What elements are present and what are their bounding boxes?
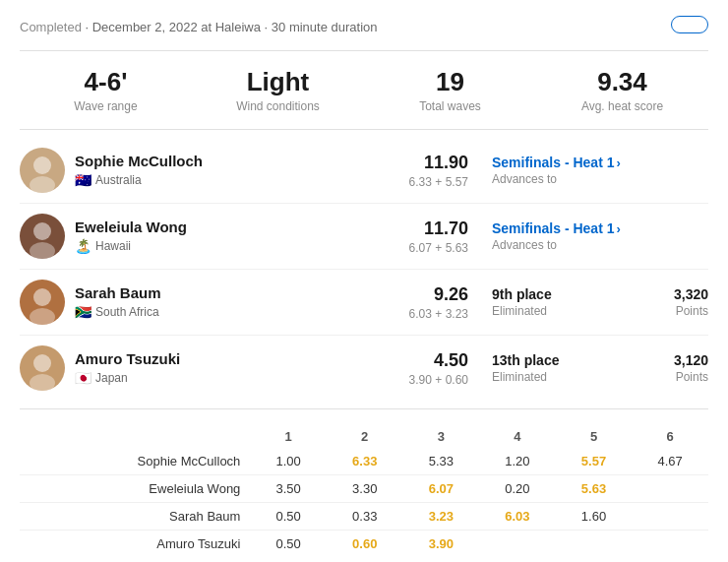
total-score: 4.50 bbox=[390, 350, 468, 371]
page-header: Completed · December 2, 2022 at Haleiwa … bbox=[20, 16, 708, 51]
surfer-country: 🏝️ Hawaii bbox=[75, 238, 390, 254]
points-value: 3,320 bbox=[649, 286, 708, 302]
stats-row: 4-6' Wave range Light Wind conditions 19… bbox=[20, 51, 708, 130]
svg-point-6 bbox=[33, 354, 51, 372]
result-points: 3,320 Points bbox=[649, 286, 708, 318]
surfer-name: Sophie McCulloch bbox=[75, 153, 390, 169]
stat-item: 19 Total waves bbox=[364, 67, 536, 113]
watch-replay-button[interactable] bbox=[671, 16, 708, 33]
table-score-cell: 0.33 bbox=[327, 503, 403, 531]
svg-point-4 bbox=[33, 288, 51, 306]
table-surfer-name: Sarah Baum bbox=[20, 503, 250, 531]
stat-label: Wind conditions bbox=[192, 99, 364, 113]
result-subtitle: Eliminated bbox=[492, 370, 649, 384]
surfer-info: Sarah Baum 🇿🇦 South Africa bbox=[75, 284, 390, 320]
country-name: Japan bbox=[95, 371, 128, 385]
table-score-cell: 5.57 bbox=[556, 448, 633, 475]
result-subtitle: Eliminated bbox=[492, 304, 649, 318]
table-score-cell bbox=[556, 531, 633, 558]
points-value: 3,120 bbox=[649, 352, 708, 368]
table-score-cell: 4.67 bbox=[632, 448, 708, 475]
table-score-cell: 6.33 bbox=[327, 448, 403, 475]
table-score-cell: 0.60 bbox=[327, 531, 403, 558]
advances-chevron: › bbox=[617, 221, 621, 236]
surfer-result-section: 13th place Eliminated bbox=[492, 352, 649, 384]
points-label: Points bbox=[649, 304, 708, 318]
country-flag: 🇦🇺 bbox=[75, 172, 91, 188]
advances-chevron: › bbox=[617, 156, 621, 170]
surfer-country: 🇦🇺 Australia bbox=[75, 172, 390, 188]
stat-value: 9.34 bbox=[536, 67, 708, 97]
result-points: 3,120 Points bbox=[649, 352, 708, 384]
svg-point-2 bbox=[33, 222, 51, 240]
result-title[interactable]: Semifinals - Heat 1› bbox=[492, 220, 649, 236]
surfer-result-section: Semifinals - Heat 1› Advances to bbox=[492, 220, 649, 252]
table-header-wave: 1 bbox=[250, 425, 327, 448]
country-flag: 🇿🇦 bbox=[75, 304, 91, 320]
avatar bbox=[20, 280, 65, 325]
table-score-cell: 6.07 bbox=[403, 475, 480, 503]
table-header-wave: 4 bbox=[479, 425, 556, 448]
stat-item: 4-6' Wave range bbox=[20, 67, 192, 113]
stat-item: 9.34 Avg. heat score bbox=[536, 67, 708, 113]
table-score-cell: 0.20 bbox=[479, 475, 556, 503]
stat-value: 4-6' bbox=[20, 67, 192, 97]
header-left: Completed · December 2, 2022 at Haleiwa … bbox=[20, 16, 378, 34]
surfer-score-section: 11.90 6.33 + 5.57 bbox=[390, 153, 468, 189]
table-score-cell: 3.90 bbox=[403, 531, 480, 558]
surfer-row: Eweleiula Wong 🏝️ Hawaii 11.70 6.07 + 5.… bbox=[20, 204, 708, 270]
result-title[interactable]: Semifinals - Heat 1› bbox=[492, 155, 649, 170]
avatar bbox=[20, 214, 65, 259]
country-flag: 🏝️ bbox=[75, 238, 91, 254]
stat-label: Total waves bbox=[364, 99, 536, 113]
score-table-section: 123456Sophie McCulloch1.006.335.331.205.… bbox=[20, 409, 708, 557]
surfer-name: Sarah Baum bbox=[75, 284, 390, 301]
stat-label: Wave range bbox=[20, 99, 192, 113]
total-score: 11.70 bbox=[390, 219, 468, 239]
wave-scores: 6.33 + 5.57 bbox=[390, 175, 468, 189]
result-subtitle: Advances to bbox=[492, 172, 649, 186]
stat-item: Light Wind conditions bbox=[192, 67, 364, 113]
table-score-cell: 6.03 bbox=[479, 503, 556, 531]
result-title: 13th place bbox=[492, 352, 649, 368]
table-row: Eweleiula Wong3.503.306.070.205.63 bbox=[20, 475, 708, 503]
table-score-cell: 1.60 bbox=[556, 503, 633, 531]
table-score-cell bbox=[632, 531, 708, 558]
surfer-info: Eweleiula Wong 🏝️ Hawaii bbox=[75, 219, 390, 254]
surfer-name: Eweleiula Wong bbox=[75, 219, 390, 235]
status-badge: Completed bbox=[20, 20, 82, 34]
avatar bbox=[20, 148, 65, 193]
table-row: Amuro Tsuzuki0.500.603.90 bbox=[20, 531, 708, 558]
table-score-cell: 5.63 bbox=[556, 475, 633, 503]
table-header-wave: 3 bbox=[403, 425, 480, 448]
table-header-wave: 6 bbox=[632, 425, 708, 448]
table-score-cell bbox=[479, 531, 556, 558]
stat-value: Light bbox=[192, 67, 364, 97]
surfers-section: Sophie McCulloch 🇦🇺 Australia 11.90 6.33… bbox=[20, 130, 708, 409]
table-header-wave: 5 bbox=[556, 425, 633, 448]
points-label: Points bbox=[649, 370, 708, 384]
surfer-score-section: 4.50 3.90 + 0.60 bbox=[390, 350, 468, 387]
table-score-cell bbox=[632, 503, 708, 531]
surfer-score-section: 9.26 6.03 + 3.23 bbox=[390, 284, 468, 321]
table-surfer-name: Sophie McCulloch bbox=[20, 448, 250, 475]
svg-point-5 bbox=[30, 308, 55, 325]
svg-point-3 bbox=[30, 242, 55, 259]
table-score-cell: 0.50 bbox=[250, 531, 327, 558]
table-score-cell: 5.33 bbox=[403, 448, 480, 475]
stat-value: 19 bbox=[364, 67, 536, 97]
wave-scores: 6.03 + 3.23 bbox=[390, 307, 468, 321]
avatar bbox=[20, 345, 65, 391]
country-name: Australia bbox=[95, 173, 142, 187]
svg-point-1 bbox=[30, 176, 55, 193]
table-score-cell: 3.50 bbox=[250, 475, 327, 503]
surfer-row: Amuro Tsuzuki 🇯🇵 Japan 4.50 3.90 + 0.60 … bbox=[20, 336, 708, 401]
stat-label: Avg. heat score bbox=[536, 99, 708, 113]
surfer-name: Amuro Tsuzuki bbox=[75, 350, 390, 367]
surfer-country: 🇿🇦 South Africa bbox=[75, 304, 390, 320]
table-row: Sarah Baum0.500.333.236.031.60 bbox=[20, 503, 708, 531]
wave-scores: 3.90 + 0.60 bbox=[390, 373, 468, 387]
table-score-cell: 1.20 bbox=[479, 448, 556, 475]
surfer-country: 🇯🇵 Japan bbox=[75, 370, 390, 386]
table-surfer-name: Amuro Tsuzuki bbox=[20, 531, 250, 558]
